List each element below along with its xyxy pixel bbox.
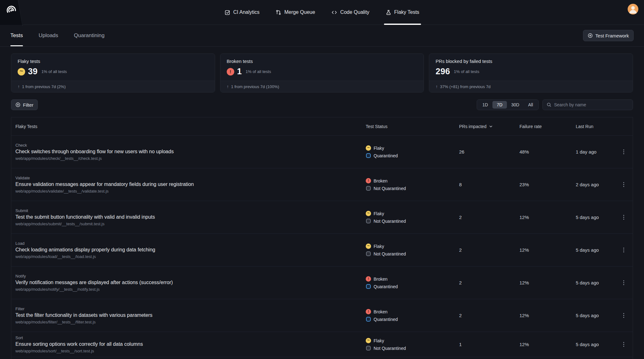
table-row[interactable]: Notify Verify notification messages are … (11, 266, 633, 299)
test-title: Check switches through onboarding flow f… (15, 149, 364, 154)
checkbox-icon (225, 10, 230, 15)
card-value: 1 (237, 67, 242, 76)
last-run-value: 2 days ago (563, 182, 614, 187)
test-title: Test the filter functionality in dataset… (15, 312, 364, 318)
column-header-status: Test Status (364, 124, 457, 129)
plus-circle-icon (588, 33, 593, 38)
row-menu-kebab-icon[interactable] (621, 180, 626, 189)
test-path: web/app/modules/notify/__tests__/notify.… (15, 287, 364, 292)
trunk-logo-icon[interactable] (5, 3, 18, 16)
card-change: 1 from previous 7d (100%) (231, 84, 279, 89)
time-range-control: 1D 7D 30D All (477, 99, 539, 110)
partial-next-row (11, 357, 633, 359)
range-30d[interactable]: 30D (507, 101, 524, 109)
table-row[interactable]: Load Check loading animations display pr… (11, 234, 633, 266)
status-label: Not Quarantined (374, 186, 406, 191)
stat-cards: Flaky tests 39 1% of all tests ↑ 1 from … (11, 53, 633, 93)
status-label: Flaky (374, 338, 384, 343)
status-label: Broken (374, 178, 387, 183)
nav-item-merge-queue[interactable]: Merge Queue (276, 0, 315, 25)
test-module: Load (15, 241, 364, 246)
table-row[interactable]: Sort Ensure sorting options work correct… (11, 332, 633, 357)
card-title: Flaky tests (18, 59, 208, 64)
top-nav: CI Analytics Merge Queue Code Quality (0, 0, 644, 25)
code-brackets-icon (331, 10, 337, 15)
table-row[interactable]: Filter Test the filter functionality in … (11, 299, 633, 332)
row-menu-kebab-icon[interactable] (621, 340, 626, 349)
tab-uploads[interactable]: Uploads (39, 25, 58, 46)
nav-item-ci-analytics[interactable]: CI Analytics (225, 0, 260, 25)
row-menu-kebab-icon[interactable] (621, 311, 626, 320)
quarantine-status-icon (366, 219, 371, 223)
search-box (542, 99, 633, 110)
row-menu-kebab-icon[interactable] (621, 246, 626, 254)
broken-status-icon (366, 178, 371, 183)
last-run-value: 5 days ago (563, 280, 614, 285)
broken-status-icon (366, 276, 371, 282)
table-row[interactable]: Validate Ensure validation messages appe… (11, 168, 633, 201)
section-tabs: Tests Uploads Quarantining (10, 25, 104, 46)
status-label: Quarantined (374, 284, 398, 289)
status-label: Flaky (374, 146, 384, 151)
test-path: web/app/modules/load/__tests__/load.test… (15, 254, 364, 259)
status-label: Not Quarantined (374, 346, 406, 351)
failure-rate-value: 23% (514, 182, 563, 187)
last-run-value: 5 days ago (563, 247, 614, 253)
broken-status-icon (227, 68, 234, 76)
failure-rate-value: 12% (514, 342, 563, 347)
test-title: Verify notification messages are display… (15, 280, 364, 285)
search-input[interactable] (554, 102, 629, 107)
card-suffix: 1% of all tests (246, 69, 271, 74)
test-module: Submit (15, 208, 364, 213)
flaky-status-icon (366, 145, 371, 151)
column-header-name: Flaky Tests (11, 124, 364, 129)
quarantine-status-icon (366, 284, 371, 289)
chevron-down-icon (489, 124, 493, 129)
filter-button[interactable]: Filter (11, 99, 38, 110)
test-path: web/app/modules/sort/__tests__/sort.test… (15, 349, 364, 353)
flaky-status-icon (18, 68, 25, 76)
table-row[interactable]: Submit Test the submit button functional… (11, 201, 633, 234)
tab-tests[interactable]: Tests (10, 25, 23, 46)
prs-impacted-value: 2 (457, 247, 514, 253)
row-menu-kebab-icon[interactable] (621, 278, 626, 287)
row-menu-kebab-icon[interactable] (621, 213, 626, 222)
column-header-label: PRs impacted (459, 124, 486, 129)
nav-item-label: CI Analytics (233, 9, 260, 15)
test-title: Check loading animations display properl… (15, 247, 364, 253)
test-framework-button[interactable]: Test Framework (583, 30, 634, 41)
tab-label: Tests (10, 32, 23, 39)
status-label: Quarantined (374, 153, 398, 158)
column-header-prs-impacted[interactable]: PRs impacted (457, 124, 514, 129)
table-row[interactable]: Check Check switches through onboarding … (11, 136, 633, 168)
status-label: Flaky (374, 211, 384, 216)
status-label: Quarantined (374, 317, 398, 322)
row-menu-kebab-icon[interactable] (621, 148, 626, 156)
range-all[interactable]: All (524, 101, 537, 109)
card-change: 1 from previous 7d (2%) (22, 84, 66, 89)
range-1d[interactable]: 1D (478, 101, 492, 109)
status-label: Not Quarantined (374, 251, 406, 256)
last-run-value: 5 days ago (563, 215, 614, 220)
flaky-status-icon (366, 244, 371, 249)
quarantine-status-icon (366, 346, 371, 351)
last-run-value: 5 days ago (563, 342, 614, 347)
section-tabs-bar: Tests Uploads Quarantining Test Framewor… (0, 25, 644, 47)
nav-item-label: Merge Queue (284, 9, 315, 15)
flask-icon (386, 10, 391, 15)
failure-rate-value: 12% (514, 313, 563, 318)
broken-status-icon (366, 309, 371, 314)
table-controls: Filter 1D 7D 30D All (11, 99, 633, 110)
nav-item-code-quality[interactable]: Code Quality (331, 0, 369, 25)
nav-item-flaky-tests[interactable]: Flaky Tests (386, 0, 419, 25)
trend-up-icon: ↑ (18, 84, 20, 89)
quarantine-status-icon (366, 186, 371, 191)
test-module: Notify (15, 274, 364, 278)
status-label: Not Quarantined (374, 219, 406, 224)
card-title: PRs blocked by failed tests (436, 59, 626, 64)
tab-quarantining[interactable]: Quarantining (74, 25, 104, 46)
range-7d[interactable]: 7D (492, 101, 507, 109)
prs-impacted-value: 2 (457, 215, 514, 220)
flaky-tests-table: Flaky Tests Test Status PRs impacted Fai… (11, 117, 633, 359)
user-avatar[interactable] (628, 4, 638, 14)
